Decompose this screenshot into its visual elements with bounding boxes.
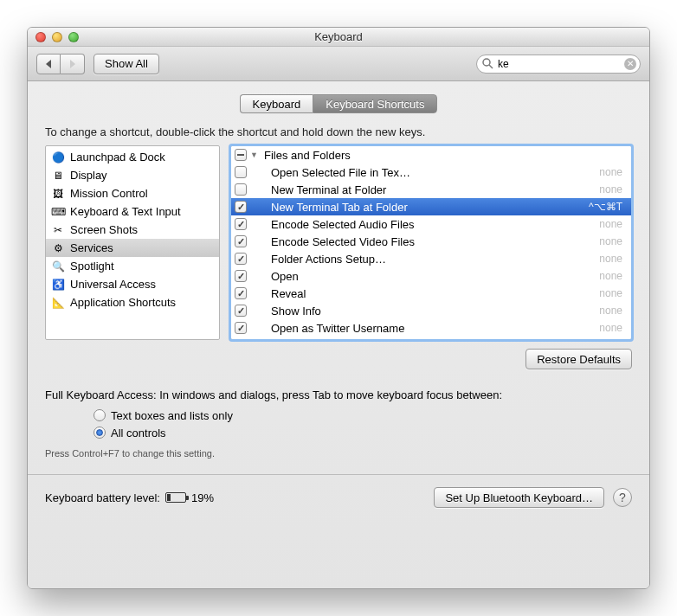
checkbox[interactable]	[235, 322, 247, 334]
svg-line-1	[489, 65, 493, 68]
category-icon: 🖥	[51, 169, 65, 183]
shortcut-row[interactable]: New Terminal Tab at Folder^⌥⌘T	[231, 198, 631, 215]
sidebar-item-label: Display	[70, 169, 107, 182]
sidebar-item[interactable]: 🖥Display	[46, 166, 219, 184]
shortcut-key[interactable]: ^⌥⌘T	[584, 201, 631, 213]
shortcut-key[interactable]: none	[584, 305, 631, 317]
checkbox[interactable]	[235, 270, 247, 282]
shortcut-key[interactable]: none	[584, 235, 631, 247]
checkbox[interactable]	[235, 201, 247, 213]
checkbox[interactable]	[235, 183, 247, 196]
tab-keyboard[interactable]: Keyboard	[240, 94, 313, 113]
full-keyboard-access-label: Full Keyboard Access: In windows and dia…	[45, 388, 632, 401]
shortcut-row[interactable]: New Terminal at Foldernone	[231, 181, 631, 198]
shortcut-label: Reveal	[271, 287, 580, 300]
shortcut-key[interactable]: none	[584, 287, 631, 299]
shortcut-label: Open as Twitter Username	[271, 322, 580, 335]
shortcut-row[interactable]: Show Infonone	[231, 302, 631, 319]
sidebar-item-label: Screen Shots	[70, 223, 138, 236]
toolbar: Show All ✕	[28, 47, 649, 81]
help-button[interactable]: ?	[613, 488, 632, 507]
category-sidebar[interactable]: 🔵Launchpad & Dock🖥Display🖼Mission Contro…	[45, 145, 220, 340]
category-icon: ♿	[51, 278, 65, 292]
checkbox[interactable]	[235, 235, 247, 247]
category-icon: 📐	[51, 296, 65, 310]
back-button[interactable]	[36, 54, 61, 74]
battery-percent: 19%	[191, 491, 214, 504]
shortcut-row[interactable]: Encode Selected Video Filesnone	[231, 233, 631, 250]
shortcut-row[interactable]: Open as Twitter Usernamenone	[231, 319, 631, 337]
radio-icon	[93, 409, 106, 421]
clear-search-icon[interactable]: ✕	[624, 58, 636, 70]
category-icon: 🔵	[51, 151, 65, 164]
shortcut-row[interactable]: Open Selected File in Tex…none	[231, 164, 631, 181]
sidebar-item[interactable]: ⌨Keyboard & Text Input	[46, 202, 219, 221]
checkbox[interactable]	[235, 253, 247, 265]
shortcut-label: Encode Selected Video Files	[271, 235, 580, 248]
bluetooth-keyboard-button[interactable]: Set Up Bluetooth Keyboard…	[434, 487, 604, 508]
checkbox[interactable]	[235, 287, 247, 299]
shortcut-label: Show Info	[271, 305, 580, 318]
shortcut-key[interactable]: none	[584, 166, 631, 178]
radio-all-controls[interactable]: All controls	[93, 424, 632, 441]
shortcut-key[interactable]: none	[584, 253, 631, 265]
restore-defaults-button[interactable]: Restore Defaults	[525, 349, 632, 369]
titlebar: Keyboard	[28, 28, 649, 47]
sidebar-item[interactable]: 🔵Launchpad & Dock	[46, 148, 219, 166]
radio-label: All controls	[111, 427, 166, 440]
sidebar-item[interactable]: 📐Application Shortcuts	[46, 293, 219, 311]
preferences-window: Keyboard Show All ✕ Keyboard Keyboard Sh…	[27, 27, 650, 589]
sidebar-item-label: Services	[70, 241, 113, 254]
shortcut-label: Folder Actions Setup…	[271, 253, 580, 266]
sidebar-item[interactable]: ♿Universal Access	[46, 275, 219, 293]
radio-label: Text boxes and lists only	[111, 409, 233, 422]
sidebar-item-label: Mission Control	[70, 187, 148, 200]
shortcut-key[interactable]: none	[584, 270, 631, 282]
sidebar-item-label: Application Shortcuts	[70, 296, 176, 309]
tab-keyboard-shortcuts[interactable]: Keyboard Shortcuts	[313, 94, 437, 113]
checkbox[interactable]	[235, 218, 247, 230]
sidebar-item-label: Keyboard & Text Input	[70, 205, 181, 218]
shortcut-row[interactable]: Folder Actions Setup…none	[231, 250, 631, 267]
category-icon: ⚙	[51, 241, 65, 255]
shortcut-row[interactable]: Revealnone	[231, 285, 631, 302]
category-icon: ⌨	[51, 205, 65, 219]
group-header[interactable]: ▼Files and Folders	[231, 146, 631, 164]
sidebar-item-label: Launchpad & Dock	[70, 151, 165, 164]
shortcut-label: New Terminal Tab at Folder	[271, 201, 580, 214]
search-input[interactable]	[476, 55, 641, 74]
sidebar-item[interactable]: ✂Screen Shots	[46, 221, 219, 239]
shortcut-label: Open	[271, 270, 580, 283]
window-title: Keyboard	[28, 30, 649, 43]
battery-label: Keyboard battery level:	[45, 491, 160, 504]
radio-text-boxes-only[interactable]: Text boxes and lists only	[93, 407, 632, 424]
shortcut-label: Encode Selected Audio Files	[271, 218, 580, 231]
forward-button[interactable]	[61, 54, 85, 74]
instructions-text: To change a shortcut, double-click the s…	[45, 125, 632, 138]
search-field[interactable]: ✕	[476, 55, 641, 74]
shortcut-list[interactable]: ▼Files and FoldersOpen Selected File in …	[230, 145, 632, 340]
category-icon: ✂	[51, 223, 65, 237]
shortcut-key[interactable]: none	[584, 218, 631, 230]
shortcut-row[interactable]: Encode Selected Audio Filesnone	[231, 215, 631, 233]
sidebar-item[interactable]: 🖼Mission Control	[46, 184, 219, 202]
search-icon	[482, 58, 493, 69]
sidebar-item-label: Spotlight	[70, 260, 114, 273]
sidebar-item-label: Universal Access	[70, 278, 156, 291]
sidebar-item[interactable]: 🔍Spotlight	[46, 257, 219, 275]
tab-bar: Keyboard Keyboard Shortcuts	[45, 94, 632, 113]
checkbox-mixed-icon[interactable]	[235, 149, 247, 161]
disclosure-triangle-icon[interactable]: ▼	[250, 151, 261, 159]
shortcut-key[interactable]: none	[584, 322, 631, 334]
shortcut-row[interactable]: Opennone	[231, 267, 631, 285]
keyboard-access-hint: Press Control+F7 to change this setting.	[45, 448, 632, 459]
svg-point-0	[483, 59, 490, 66]
checkbox[interactable]	[235, 166, 247, 178]
divider	[28, 474, 649, 475]
shortcut-label: New Terminal at Folder	[271, 183, 580, 196]
checkbox[interactable]	[235, 305, 247, 317]
show-all-button[interactable]: Show All	[93, 54, 159, 74]
sidebar-item[interactable]: ⚙Services	[46, 239, 219, 257]
shortcut-key[interactable]: none	[584, 183, 631, 196]
shortcut-label: Open Selected File in Tex…	[271, 166, 580, 179]
